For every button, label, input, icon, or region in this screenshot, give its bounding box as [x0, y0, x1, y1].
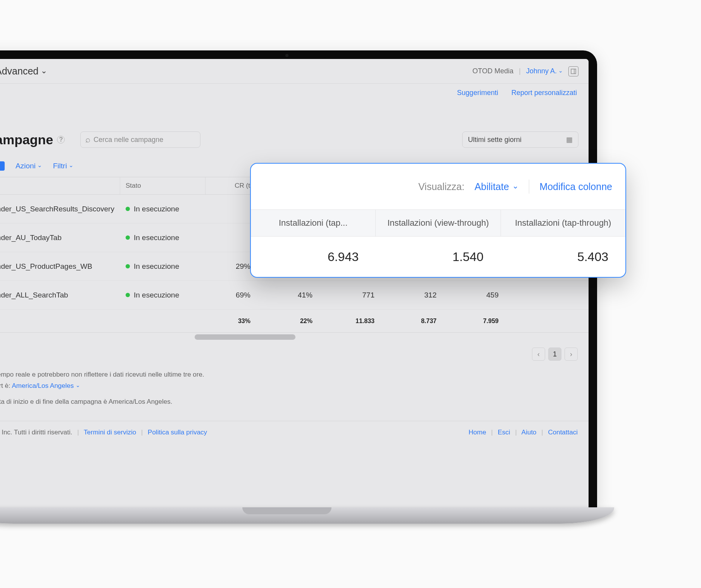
campaign-name: Finder_US_SearchResults_Discovery: [0, 195, 120, 223]
campaign-status: In esecuzione: [120, 195, 205, 223]
col-cr[interactable]: CR (t: [205, 177, 256, 194]
popout-value-row: 6.943 1.540 5.403: [251, 237, 625, 277]
app-screen: Advanced OTOD Media | Johnny A.: [0, 59, 589, 508]
status-dot-icon: [126, 235, 130, 240]
campaign-name: Finder_US_ProductPages_WB: [0, 252, 120, 280]
actions-dropdown[interactable]: Azioni: [16, 162, 42, 170]
horizontal-scrollbar[interactable]: [195, 334, 295, 340]
campaign-status: In esecuzione: [120, 223, 205, 252]
chevron-down-icon: [512, 182, 519, 191]
terms-link[interactable]: Termini di servizio: [84, 429, 136, 436]
popout-col-installs-view[interactable]: Installazioni (view-through): [376, 210, 501, 236]
history-row: [0, 102, 589, 124]
help-icon[interactable]: ?: [57, 136, 65, 144]
columns-popout: Visualizza: Abilitate Modifica colonne I…: [250, 163, 626, 278]
page-header: ampagne ? Cerca nelle campagne Ultimi se…: [0, 124, 589, 155]
campaign-name: Finder_ALL_SearchTab: [0, 281, 120, 309]
home-link[interactable]: Home: [468, 429, 486, 436]
calendar-icon: [566, 135, 573, 144]
popout-header-row: Installazioni (tap... Installazioni (vie…: [251, 209, 625, 237]
popout-value: 1.540: [376, 237, 501, 277]
timezone-link[interactable]: America/Los Angeles: [12, 382, 80, 389]
col-stato[interactable]: Stato: [120, 177, 205, 194]
date-range-picker[interactable]: Ultimi sette giorni: [462, 131, 578, 148]
page-next-button[interactable]: ›: [565, 348, 578, 361]
pagination: ‹ 1 ›: [0, 341, 589, 368]
suggestions-link[interactable]: Suggerimenti: [457, 89, 498, 97]
popout-value: 6.943: [251, 237, 376, 277]
modify-columns-link[interactable]: Modifica colonne: [539, 181, 612, 192]
campaign-name: Finder_AU_TodayTab: [0, 223, 120, 252]
separator: [529, 180, 530, 194]
disclaimer-text: tempo reale e potrebbero non riflettere …: [0, 368, 589, 409]
contact-link[interactable]: Contattaci: [548, 429, 578, 436]
primary-action-button[interactable]: [0, 161, 5, 171]
page-prev-button[interactable]: ‹: [532, 348, 545, 361]
user-menu[interactable]: Johnny A.: [526, 67, 563, 75]
sub-nav: Suggerimenti Report personalizzati: [0, 84, 589, 102]
help-link[interactable]: Aiuto: [521, 429, 537, 436]
svg-rect-0: [571, 69, 576, 74]
account-type-label: Advanced: [0, 66, 38, 77]
search-placeholder: Cerca nelle campagne: [93, 136, 163, 144]
page-footer: e Inc. Tutti i diritti riservati. | Term…: [0, 421, 589, 444]
view-label: Visualizza:: [418, 181, 464, 192]
campaign-status: In esecuzione: [120, 281, 205, 309]
campaign-status: In esecuzione: [120, 252, 205, 280]
search-icon: [85, 135, 90, 145]
status-dot-icon: [126, 264, 130, 268]
popout-col-installs-tap[interactable]: Installazioni (tap...: [251, 210, 376, 236]
status-dot-icon: [126, 293, 130, 297]
top-bar: Advanced OTOD Media | Johnny A.: [0, 59, 589, 84]
popout-col-installs-tapthrough[interactable]: Installazioni (tap-through): [501, 210, 625, 236]
popout-value: 5.403: [501, 237, 625, 277]
page-title: ampagne ?: [0, 132, 65, 147]
account-type-dropdown[interactable]: Advanced: [0, 66, 47, 77]
panel-toggle-icon[interactable]: [568, 66, 578, 76]
view-filter-dropdown[interactable]: Abilitate: [475, 181, 519, 192]
chevron-down-icon: [558, 68, 563, 74]
status-dot-icon: [126, 207, 130, 211]
logout-link[interactable]: Esci: [498, 429, 510, 436]
chevron-down-icon: [76, 382, 80, 388]
privacy-link[interactable]: Politica sulla privacy: [148, 429, 207, 436]
search-input[interactable]: Cerca nelle campagne: [80, 131, 200, 148]
table-row[interactable]: Finder_ALL_SearchTab In esecuzione 69% 4…: [0, 281, 589, 310]
org-name: OTOD Media: [473, 67, 514, 75]
chevron-down-icon: [69, 163, 74, 169]
custom-reports-link[interactable]: Report personalizzati: [511, 89, 577, 97]
date-range-label: Ultimi sette giorni: [468, 136, 521, 144]
page-current[interactable]: 1: [548, 348, 561, 361]
chevron-down-icon: [41, 67, 47, 76]
filters-dropdown[interactable]: Filtri: [53, 162, 74, 170]
user-name: Johnny A.: [526, 67, 557, 75]
chevron-down-icon: [37, 163, 42, 169]
table-totals-row: 33% 22% 11.833 8.737 7.959: [0, 310, 589, 333]
